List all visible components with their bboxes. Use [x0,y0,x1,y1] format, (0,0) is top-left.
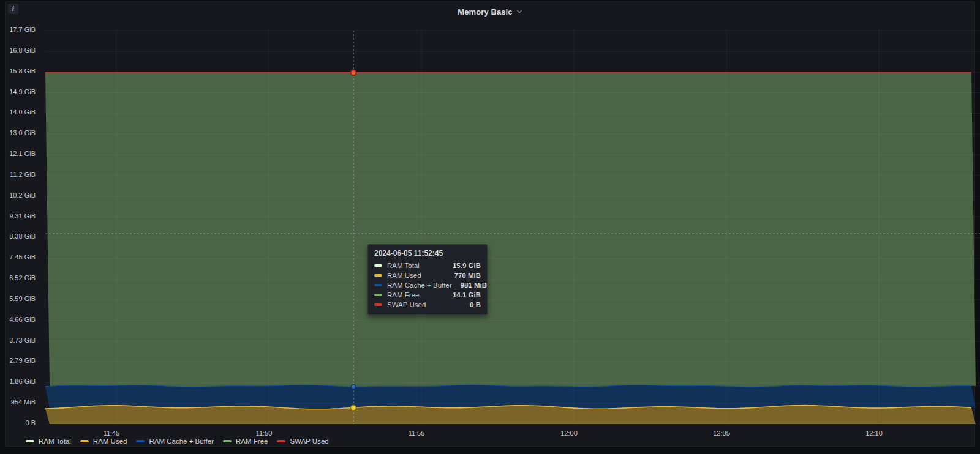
legend-swatch [277,440,285,442]
tooltip-series-swatch [374,294,382,296]
tooltip-series-label: RAM Used [387,272,446,279]
tooltip-series-value: 770 MiB [454,272,481,279]
legend-label: RAM Free [236,437,268,445]
time-series-chart [6,2,980,454]
legend-label: RAM Total [39,437,71,445]
legend-swatch [80,440,89,442]
memory-basic-dashboard: { "panel": { "title": "Memory Basic", "i… [0,0,980,454]
legend-swatch [223,440,232,442]
tooltip-timestamp: 2024-06-05 11:52:45 [374,249,481,258]
tooltip-series-swatch [374,274,382,277]
tooltip-series-label: RAM Total [387,262,444,269]
tooltip-row: RAM Total15.9 GiB [374,261,481,270]
tooltip-series-value: 15.9 GiB [453,262,481,269]
legend-label: RAM Used [93,437,127,445]
legend-label: RAM Cache + Buffer [149,437,214,445]
tooltip-series-value: 0 B [470,301,481,308]
legend-swatch [26,440,34,442]
tooltip-series-value: 981 MiB [461,281,487,289]
tooltip-series-value: 14.1 GiB [453,291,481,299]
tooltip-row: RAM Free14.1 GiB [374,290,481,300]
memory-basic-panel: i Memory Basic 17.7 GiB16.8 GiB15.8 GiB1… [5,1,975,447]
plot-area[interactable] [45,31,976,424]
legend-swatch [136,440,145,442]
tooltip-series-label: SWAP Used [387,301,461,308]
legend-item-swap-used[interactable]: SWAP Used [277,437,328,445]
legend-label: SWAP Used [290,437,328,445]
legend-item-ram-free[interactable]: RAM Free [223,437,268,445]
legend-item-ram-cache-buffer[interactable]: RAM Cache + Buffer [136,437,214,445]
tooltip-series-label: RAM Free [387,291,444,299]
tooltip-series-swatch [374,303,382,306]
hover-tooltip: 2024-06-05 11:52:45 RAM Total15.9 GiBRAM… [368,244,488,315]
tooltip-row: SWAP Used0 B [374,300,481,310]
tooltip-series-swatch [374,284,382,286]
tooltip-series-swatch [374,264,382,267]
legend-item-ram-used[interactable]: RAM Used [80,437,127,445]
chart-legend: RAM TotalRAM UsedRAM Cache + BufferRAM F… [26,437,329,445]
tooltip-series-label: RAM Cache + Buffer [387,281,452,289]
tooltip-row: RAM Used770 MiB [374,270,481,280]
legend-item-ram-total[interactable]: RAM Total [26,437,71,445]
tooltip-row: RAM Cache + Buffer981 MiB [374,280,481,290]
